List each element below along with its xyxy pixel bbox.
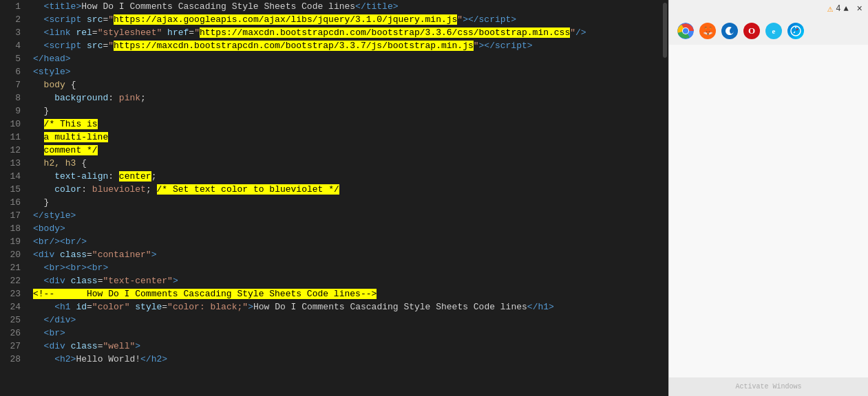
line-content-10: /* This is <box>28 118 668 131</box>
line-content-18: <body> <box>28 222 668 235</box>
line-18: 18 <body> <box>0 222 668 235</box>
line-3: 3 <link rel="stylesheet" href="https://m… <box>0 26 668 39</box>
right-panel: ⚠ 4 ▲ × 🦊 <box>668 0 868 396</box>
line-14: 14 text-align: center; <box>0 170 668 183</box>
line-content-11: a multi-line <box>28 131 668 144</box>
line-number-22: 22 <box>0 274 28 287</box>
line-content-3: <link rel="stylesheet" href="https://max… <box>28 26 668 39</box>
line-content-1: <title>How Do I Comments Cascading Style… <box>28 0 668 13</box>
line-11: 11 a multi-line <box>0 131 668 144</box>
close-button[interactable]: × <box>857 3 862 14</box>
line-12: 12 comment */ <box>0 144 668 157</box>
line-content-21: <br><br><br> <box>28 261 668 274</box>
line-content-9: } <box>28 104 668 118</box>
line-7: 7 body { <box>0 78 668 91</box>
line-6: 6 <style> <box>0 65 668 78</box>
line-number-7: 7 <box>0 78 28 91</box>
line-content-8: background: pink; <box>28 91 668 104</box>
line-number-1: 1 <box>0 0 28 13</box>
line-17: 17 </style> <box>0 209 668 222</box>
warning-count: 4 <box>836 4 840 14</box>
line-content-25: </div> <box>28 314 668 327</box>
line-8: 8 background: pink; <box>0 91 668 104</box>
line-content-7: body { <box>28 78 668 91</box>
line-number-19: 19 <box>0 235 28 248</box>
opera-icon[interactable]: O <box>743 23 760 39</box>
browser-icons: 🦊 O e <box>669 17 868 45</box>
svg-line-6 <box>794 32 795 33</box>
line-content-5: </head> <box>28 52 668 65</box>
line-25: 25 </div> <box>0 314 668 327</box>
activate-windows-text: Activate Windows <box>669 377 868 396</box>
vertical-scrollbar[interactable] <box>661 0 668 396</box>
line-number-8: 8 <box>0 91 28 104</box>
line-5: 5 </head> <box>0 52 668 65</box>
line-15: 15 color: blueviolet; /* Set text color … <box>0 183 668 196</box>
line-number-14: 14 <box>0 170 28 183</box>
firefox-icon[interactable]: 🦊 <box>699 23 716 39</box>
line-27: 27 <div class="well"> <box>0 340 668 353</box>
line-16: 16 } <box>0 196 668 209</box>
warning-icon: ⚠ <box>827 3 833 14</box>
line-28: 28 <h2>Hello World!</h2> <box>0 353 668 366</box>
line-number-11: 11 <box>0 131 28 144</box>
line-content-22: <div class="text-center"> <box>28 274 668 287</box>
svg-point-2 <box>683 28 688 34</box>
line-number-3: 3 <box>0 26 28 39</box>
line-number-16: 16 <box>0 196 28 209</box>
warning-chevron-up[interactable]: ▲ <box>843 4 848 14</box>
line-number-23: 23 <box>0 287 28 300</box>
line-content-12: comment */ <box>28 144 668 157</box>
line-number-24: 24 <box>0 300 28 314</box>
line-content-26: <br> <box>28 327 668 340</box>
line-content-28: <h2>Hello World!</h2> <box>28 353 668 366</box>
line-number-18: 18 <box>0 222 28 235</box>
line-number-17: 17 <box>0 209 28 222</box>
line-number-2: 2 <box>0 13 28 26</box>
line-number-15: 15 <box>0 183 28 196</box>
line-24: 24 <h1 id="color" style="color: black;">… <box>0 300 668 314</box>
line-content-20: <div class="container"> <box>28 248 668 261</box>
line-19: 19 <br/><br/> <box>0 235 668 248</box>
line-number-21: 21 <box>0 261 28 274</box>
line-26: 26 <br> <box>0 327 668 340</box>
line-number-28: 28 <box>0 353 28 366</box>
scrollbar-thumb[interactable] <box>663 3 667 58</box>
chrome-icon[interactable] <box>677 23 694 39</box>
code-area[interactable]: 1 <title>How Do I Comments Cascading Sty… <box>0 0 668 396</box>
line-number-10: 10 <box>0 118 28 131</box>
line-13: 13 h2, h3 { <box>0 157 668 170</box>
line-number-27: 27 <box>0 340 28 353</box>
line-20: 20 <div class="container"> <box>0 248 668 261</box>
line-content-16: } <box>28 196 668 209</box>
line-number-12: 12 <box>0 144 28 157</box>
line-number-20: 20 <box>0 248 28 261</box>
line-number-25: 25 <box>0 314 28 327</box>
line-number-13: 13 <box>0 157 28 170</box>
line-content-19: <br/><br/> <box>28 235 668 248</box>
line-content-14: text-align: center; <box>28 170 668 183</box>
ie-icon[interactable]: e <box>765 23 782 39</box>
line-number-5: 5 <box>0 52 28 65</box>
line-content-15: color: blueviolet; /* Set text color to … <box>28 183 668 196</box>
edge-icon[interactable] <box>721 23 738 39</box>
line-number-4: 4 <box>0 39 28 52</box>
line-10: 10 /* This is <box>0 118 668 131</box>
line-number-26: 26 <box>0 327 28 340</box>
svg-line-5 <box>796 29 798 30</box>
line-4: 4 <script src="https://maxcdn.bootstrapc… <box>0 39 668 52</box>
line-content-23: <!-- How Do I Comments Cascading Style S… <box>28 287 668 300</box>
line-content-4: <script src="https://maxcdn.bootstrapcdn… <box>28 39 668 52</box>
line-2: 2 <script src="https://ajax.googleapis.c… <box>0 13 668 26</box>
line-content-6: <style> <box>28 65 668 78</box>
line-21: 21 <br><br><br> <box>0 261 668 274</box>
line-content-2: <script src="https://ajax.googleapis.com… <box>28 13 668 26</box>
safari-icon[interactable] <box>787 23 804 39</box>
warning-bar: ⚠ 4 ▲ × <box>669 0 868 17</box>
right-panel-content <box>669 45 868 377</box>
code-lines: 1 <title>How Do I Comments Cascading Sty… <box>0 0 668 366</box>
line-22: 22 <div class="text-center"> <box>0 274 668 287</box>
editor-container: 1 <title>How Do I Comments Cascading Sty… <box>0 0 868 396</box>
line-23: 23 <!-- How Do I Comments Cascading Styl… <box>0 287 668 300</box>
line-content-27: <div class="well"> <box>28 340 668 353</box>
